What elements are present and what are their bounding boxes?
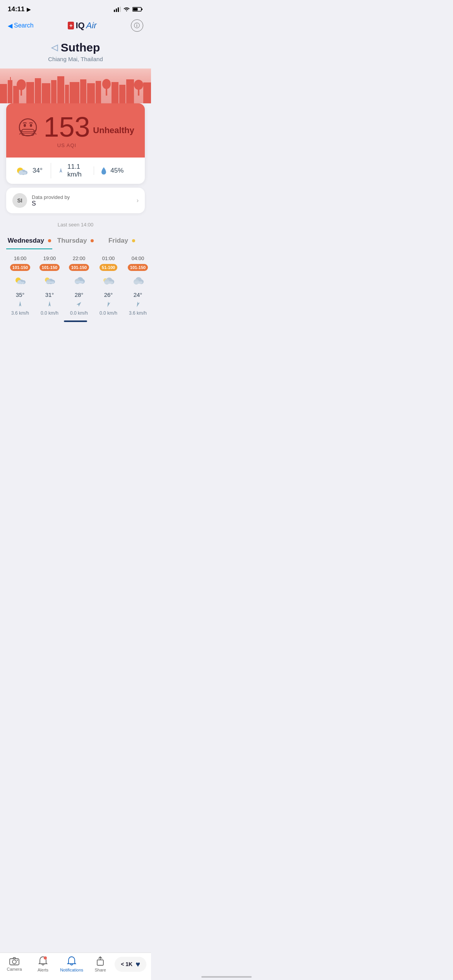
- friday-dot: [132, 239, 135, 242]
- svg-marker-64: [77, 301, 82, 307]
- svg-rect-0: [114, 10, 115, 12]
- temperature-item: 34°: [14, 164, 51, 177]
- svg-rect-63: [75, 281, 84, 283]
- location-arrow-icon: ▶: [27, 6, 31, 12]
- svg-rect-22: [87, 83, 95, 103]
- forecast-wind-2: 0.0 km/h: [65, 310, 93, 316]
- thursday-dot: [91, 239, 94, 242]
- forecast-temp-3: 26°: [94, 291, 122, 298]
- svg-rect-52: [17, 282, 24, 284]
- forecast-col-3: 01:00 51-100 26° 0.0 km/h: [94, 255, 122, 316]
- svg-point-24: [102, 79, 111, 89]
- forecast-scroll[interactable]: 16:00 101-150 35° 3.6 km/h 19:00 101-150…: [0, 249, 151, 319]
- forecast-temp-2: 28°: [65, 291, 93, 298]
- svg-rect-69: [105, 281, 113, 284]
- forecast-wind-1: 0.0 km/h: [36, 310, 63, 316]
- data-source-card[interactable]: SI Data provided by S ›: [6, 188, 145, 213]
- svg-rect-5: [141, 9, 142, 10]
- svg-point-33: [24, 124, 26, 127]
- location-name: ◁ Suthep: [8, 41, 143, 54]
- wind-direction-icon: [57, 167, 64, 175]
- forecast-time-1: 19:00: [36, 255, 63, 261]
- signal-icon: [114, 7, 121, 12]
- info-icon: ⓘ: [134, 22, 140, 29]
- svg-rect-46: [19, 172, 26, 174]
- aqi-card: 153 US AQI Unhealthy 34° 11.1 km/h: [6, 103, 145, 184]
- forecast-time-4: 04:00: [124, 255, 151, 261]
- forecast-badge-2: 101-150: [69, 264, 89, 271]
- tab-wednesday[interactable]: Wednesday: [6, 237, 52, 249]
- status-icons: [114, 7, 143, 12]
- info-button[interactable]: ⓘ: [131, 19, 143, 32]
- location-city-country: Chiang Mai, Thailand: [8, 56, 143, 62]
- humidity-icon: [100, 166, 107, 175]
- forecast-weather-icon-2: [65, 275, 93, 289]
- wednesday-label: Wednesday: [8, 237, 44, 244]
- forecast-weather-icon-3: [94, 275, 122, 289]
- aqi-value-section: 153 US AQI: [43, 113, 90, 148]
- forecast-badge-0: 101-150: [10, 264, 30, 271]
- svg-rect-26: [112, 82, 118, 103]
- forecast-col-0: 16:00 101-150 35° 3.6 km/h: [6, 255, 34, 316]
- thursday-label: Thursday: [57, 237, 87, 244]
- svg-rect-8: [0, 84, 7, 103]
- last-seen-text: Last seen 14:00: [0, 217, 151, 231]
- svg-rect-25: [106, 88, 107, 96]
- logo-plus: +: [68, 22, 74, 29]
- svg-rect-28: [126, 79, 134, 103]
- aqi-unit: US AQI: [43, 142, 90, 148]
- tab-thursday[interactable]: Thursday: [52, 237, 98, 249]
- humidity-value: 45%: [110, 167, 124, 175]
- svg-rect-1: [116, 9, 117, 12]
- svg-point-12: [17, 79, 26, 90]
- back-chevron-icon: ◀: [8, 22, 12, 29]
- weather-icon: [14, 164, 29, 177]
- scroll-indicator: [64, 320, 87, 322]
- day-tabs: Wednesday Thursday Friday: [0, 231, 151, 249]
- aqi-main-panel: 153 US AQI Unhealthy: [6, 103, 145, 158]
- compass-icon: ◁: [51, 43, 58, 53]
- forecast-weather-icon-0: [6, 275, 34, 289]
- friday-label: Friday: [108, 237, 128, 244]
- aqi-number: 153: [43, 113, 90, 141]
- forecast-temp-4: 24°: [124, 291, 151, 298]
- weather-row: 34° 11.1 km/h 45%: [6, 158, 145, 184]
- forecast-section: Wednesday Thursday Friday 16:00 101-150 …: [0, 231, 151, 322]
- data-source-avatar: SI: [12, 193, 27, 208]
- forecast-weather-icon-4: [124, 275, 151, 289]
- svg-rect-2: [118, 7, 119, 12]
- humidity-item: 45%: [94, 166, 137, 175]
- svg-marker-70: [106, 302, 110, 307]
- svg-rect-9: [8, 80, 12, 103]
- svg-rect-13: [21, 89, 22, 96]
- svg-rect-6: [133, 8, 138, 11]
- forecast-wind-0: 3.6 km/h: [6, 310, 34, 316]
- tab-friday[interactable]: Friday: [99, 237, 145, 249]
- svg-rect-58: [46, 281, 54, 283]
- location-section: ◁ Suthep Chiang Mai, Thailand: [0, 36, 151, 65]
- back-label[interactable]: Search: [14, 22, 34, 29]
- forecast-temp-1: 31°: [36, 291, 63, 298]
- svg-marker-75: [136, 302, 139, 307]
- svg-marker-59: [48, 301, 51, 307]
- svg-rect-19: [65, 85, 69, 103]
- wind-speed-value: 11.1 km/h: [67, 163, 94, 178]
- forecast-col-1: 19:00 101-150 31° 0.0 km/h: [36, 255, 63, 316]
- svg-rect-31: [143, 82, 151, 103]
- svg-rect-74: [134, 281, 142, 284]
- svg-rect-11: [10, 77, 11, 81]
- svg-rect-18: [57, 76, 64, 103]
- data-source-name: S: [32, 200, 132, 207]
- forecast-badge-3: 51-100: [100, 264, 117, 271]
- svg-point-34: [30, 124, 32, 127]
- forecast-col-4: 04:00 101-150 24° 3.6 km/h: [124, 255, 151, 316]
- svg-rect-23: [96, 81, 101, 103]
- forecast-wind-4: 3.6 km/h: [124, 310, 151, 316]
- back-button[interactable]: ◀ Search: [8, 22, 34, 29]
- forecast-wind-3: 0.0 km/h: [94, 310, 122, 316]
- nav-bar: ◀ Search + IQAir ⓘ: [0, 16, 151, 36]
- forecast-time-3: 01:00: [94, 255, 122, 261]
- data-source-arrow-icon: ›: [137, 197, 139, 204]
- status-time: 14:11: [8, 5, 24, 13]
- temperature-value: 34°: [33, 167, 43, 175]
